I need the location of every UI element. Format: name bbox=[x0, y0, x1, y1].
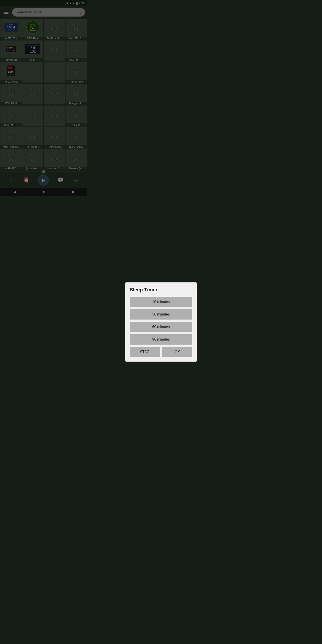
modal-overlay[interactable]: Sleep Timer 10 minutes 30 minutes 60 min… bbox=[0, 0, 87, 196]
